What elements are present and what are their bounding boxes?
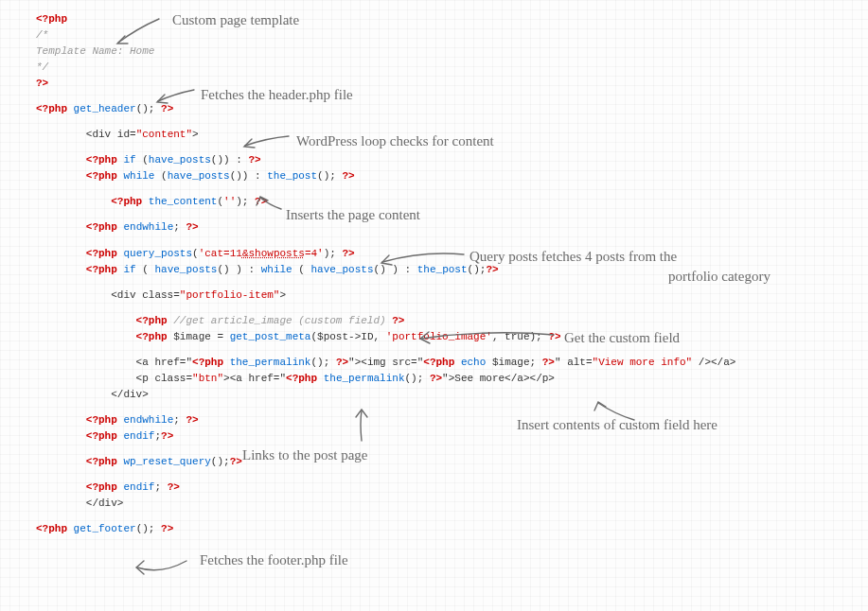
code-line: <?php while (have_posts()) : the_post();… xyxy=(36,168,868,184)
annotation-query-posts-1: Query posts fetches 4 posts from the xyxy=(469,246,677,268)
code-line xyxy=(36,210,868,219)
code-line: <a href="<?php the_permalink(); ?>"><img… xyxy=(36,355,868,371)
annotation-content: Inserts the page content xyxy=(286,204,420,226)
code-line xyxy=(36,117,868,127)
code-line xyxy=(36,184,868,194)
code-line xyxy=(36,403,868,412)
code-line xyxy=(36,512,868,521)
annotation-header: Fetches the header.php file xyxy=(201,84,353,106)
php-open: <?php xyxy=(36,13,67,25)
annotation-custom-field: Get the custom field xyxy=(564,327,680,349)
arrow-icon xyxy=(104,9,170,47)
code-line: <?php endwhile; ?> xyxy=(36,412,868,428)
code-line xyxy=(36,470,868,480)
code-line: </div> xyxy=(36,387,868,403)
code-line xyxy=(36,445,868,454)
arrow-icon xyxy=(412,322,563,350)
arrow-icon xyxy=(234,123,300,151)
annotation-custom-template: Custom page template xyxy=(172,9,299,31)
code-line: <?php endif; ?> xyxy=(36,480,868,496)
code-line: <p class="btn"><a href="<?php the_permal… xyxy=(36,371,868,387)
arrow-icon xyxy=(371,241,475,270)
annotation-footer: Fetches the footer.php file xyxy=(200,550,348,571)
arrow-icon xyxy=(587,397,644,426)
code-line: <?php the_content(''); ?> xyxy=(36,194,868,210)
code-line: <?php endif;?> xyxy=(36,428,868,445)
annotation-links-post: Links to the post page xyxy=(242,445,367,466)
code-line: */ xyxy=(36,60,868,76)
arrow-icon xyxy=(348,405,377,447)
annotation-loop: WordPress loop checks for content xyxy=(296,131,494,152)
code-line: <?php wp_reset_query();?> xyxy=(36,454,868,470)
code-line: <?php endwhile; ?> xyxy=(36,219,868,236)
code-line xyxy=(36,304,868,313)
code-line: </div> xyxy=(36,496,868,512)
annotation-query-posts-2: portfolio category xyxy=(668,266,771,288)
arrow-icon xyxy=(147,80,204,109)
arrow-icon xyxy=(253,192,291,216)
code-line: <?php get_footer(); ?> xyxy=(36,521,868,537)
code-line: <div class="portfolio-item"> xyxy=(36,288,868,304)
php-close: ?> xyxy=(36,78,48,89)
arrow-icon xyxy=(128,556,199,589)
code-line: <?php if (have_posts()) : ?> xyxy=(36,152,868,168)
